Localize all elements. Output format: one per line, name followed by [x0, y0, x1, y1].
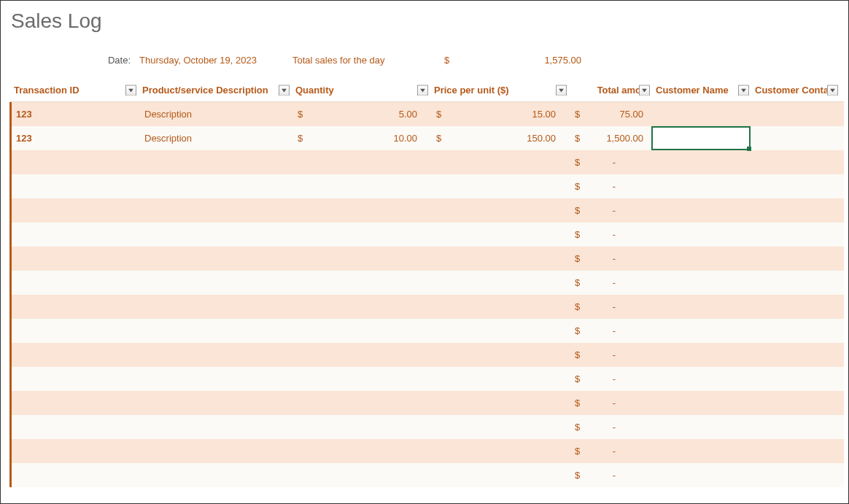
table-row[interactable]: $- [9, 222, 844, 247]
filter-dropdown-icon[interactable] [827, 85, 838, 96]
col-header-label: Customer Name [656, 85, 729, 96]
table-row[interactable]: $- [9, 463, 844, 487]
col-header-price[interactable]: Price per unit ($) [430, 85, 568, 96]
cell-amount[interactable]: $- [570, 181, 654, 192]
summary-currency: $ [444, 55, 459, 66]
cell-transaction-id[interactable]: 123 [12, 109, 140, 120]
cell-amount[interactable]: $- [570, 253, 654, 264]
col-header-quantity[interactable]: Quantity [291, 85, 430, 96]
cell-amount[interactable]: $- [570, 325, 654, 336]
table-row[interactable]: $- [9, 415, 844, 439]
table-row[interactable]: $- [9, 174, 844, 198]
filter-dropdown-icon[interactable] [639, 85, 650, 96]
table-row[interactable]: $- [9, 391, 844, 415]
cell-transaction-id[interactable]: 123 [12, 133, 140, 144]
filter-dropdown-icon[interactable] [279, 85, 290, 96]
cell-amount[interactable]: $- [570, 470, 654, 481]
cell-amount[interactable]: $- [570, 446, 654, 457]
table-row[interactable]: $- [9, 271, 844, 295]
col-header-label: Customer Contac [755, 85, 834, 96]
table-row[interactable]: $- [9, 150, 844, 174]
cell-quantity[interactable]: $10.00 [293, 133, 432, 144]
table-row[interactable]: $- [9, 247, 844, 271]
date-value: Thursday, October 19, 2023 [139, 55, 292, 66]
col-header-label: Price per unit ($) [434, 85, 509, 96]
cell-amount[interactable]: $- [570, 301, 654, 312]
col-header-transaction-id[interactable]: Transaction ID [9, 85, 138, 96]
filter-dropdown-icon[interactable] [125, 85, 136, 96]
cell-price[interactable]: $15.00 [432, 109, 570, 120]
cell-description[interactable]: Description [140, 109, 293, 120]
cell-amount[interactable]: $- [570, 373, 654, 384]
col-header-description[interactable]: Product/service Description [138, 85, 291, 96]
cell-amount[interactable]: $- [570, 422, 654, 433]
page-title: Sales Log [11, 9, 844, 33]
table-row[interactable]: 123Description$5.00$15.00$75.00 [9, 102, 844, 126]
filter-dropdown-icon[interactable] [417, 85, 428, 96]
cell-amount[interactable]: $- [570, 398, 654, 408]
cell-description[interactable]: Description [140, 133, 293, 144]
col-header-label: Quantity [295, 85, 334, 96]
col-header-customer-contact[interactable]: Customer Contac [751, 85, 840, 96]
sales-table: Transaction ID Product/service Descripti… [9, 79, 844, 487]
col-header-customer-name[interactable]: Customer Name [651, 85, 751, 96]
filter-dropdown-icon[interactable] [556, 85, 567, 96]
cell-amount[interactable]: $- [570, 277, 654, 288]
table-row[interactable]: 123Description$10.00$150.00$1,500.00 [9, 126, 844, 150]
table-row[interactable]: $- [9, 295, 844, 319]
date-label: Date: [11, 55, 139, 66]
cell-amount[interactable]: $- [570, 349, 654, 360]
cell-amount[interactable]: $- [570, 205, 654, 216]
cell-amount[interactable]: $1,500.00 [570, 133, 654, 144]
cell-amount[interactable]: $- [570, 157, 654, 168]
cell-amount[interactable]: $- [570, 229, 654, 240]
total-label: Total sales for the day [292, 55, 444, 66]
table-row[interactable]: $- [9, 367, 844, 391]
filter-dropdown-icon[interactable] [738, 85, 749, 96]
summary-bar: Date: Thursday, October 19, 2023 Total s… [9, 55, 844, 66]
table-header: Transaction ID Product/service Descripti… [9, 79, 844, 102]
table-row[interactable]: $- [9, 439, 844, 463]
cell-amount[interactable]: $75.00 [570, 109, 654, 120]
table-row[interactable]: $- [9, 343, 844, 367]
table-row[interactable]: $- [9, 198, 844, 222]
cell-price[interactable]: $150.00 [432, 133, 570, 144]
col-header-label: Transaction ID [14, 85, 80, 96]
table-row[interactable]: $- [9, 319, 844, 343]
col-header-label: Product/service Description [142, 85, 268, 96]
total-value: 1,575.00 [538, 55, 581, 66]
col-header-amount[interactable]: Total amou [568, 85, 651, 96]
cell-quantity[interactable]: $5.00 [293, 109, 432, 120]
